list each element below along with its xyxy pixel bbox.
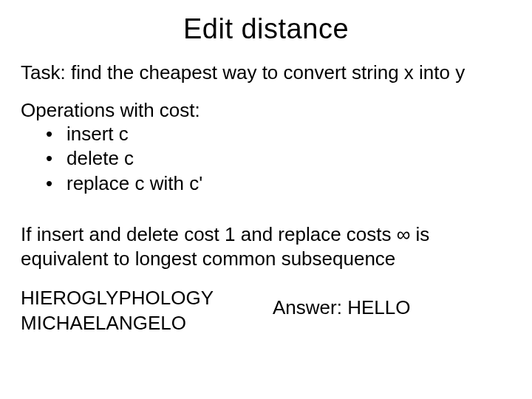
operations-block: Operations with cost: insert c delete c …	[21, 99, 511, 196]
word-b: MICHAELANGELO	[21, 311, 214, 335]
operations-heading: Operations with cost:	[21, 99, 511, 122]
slide-title: Edit distance	[21, 13, 511, 45]
list-item: delete c	[46, 146, 511, 171]
word-a: HIEROGLYPHOLOGY	[21, 286, 214, 310]
equivalence-line: If insert and delete cost 1 and replace …	[21, 222, 511, 272]
list-item: replace c with c'	[46, 171, 511, 196]
slide: Edit distance Task: find the cheapest wa…	[0, 0, 532, 399]
bottom-row: HIEROGLYPHOLOGY MICHAELANGELO Answer: HE…	[21, 286, 511, 335]
operations-list: insert c delete c replace c with c'	[21, 122, 511, 196]
task-line: Task: find the cheapest way to convert s…	[21, 61, 511, 84]
answer-line: Answer: HELLO	[273, 286, 410, 319]
list-item: insert c	[46, 122, 511, 146]
example-words: HIEROGLYPHOLOGY MICHAELANGELO	[21, 286, 214, 335]
